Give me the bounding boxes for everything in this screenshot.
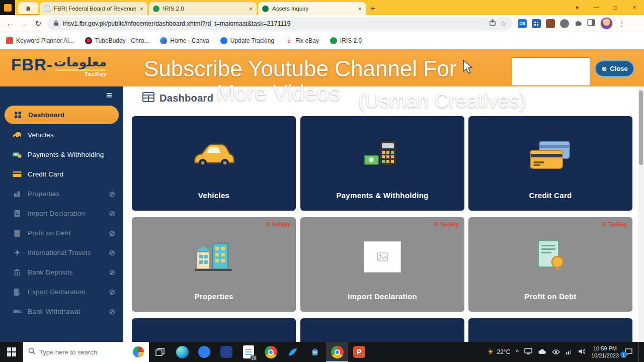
taskbar-powerpoint-icon[interactable]: P [348,342,370,362]
taskbar-chrome-icon[interactable] [260,342,282,362]
bookmark-canva[interactable]: Home - Canva [160,37,209,44]
sidebar-item-credit-card[interactable]: Credit Card [0,164,123,184]
brown-extension-icon[interactable] [546,19,555,28]
system-tray: ☀ 22°C ^ 10:59 PM 10/21/2023 1 [487,342,644,362]
forward-button[interactable]: → [17,19,31,28]
side-panel-icon[interactable] [587,19,595,28]
taxray-badge: ⊘TaxRay [265,221,290,227]
tab-iris[interactable]: IRIS 2.0 × [149,2,257,15]
puzzle-extensions-icon[interactable] [574,19,582,29]
browser-logo-icon [4,4,12,12]
taskbar-search[interactable] [23,342,149,362]
tab-search-chevron-icon[interactable]: ▾ [568,4,587,11]
show-desktop-button[interactable] [638,342,641,362]
page-scrollbar[interactable] [638,86,644,342]
bank-icon [12,268,22,277]
sidebar-item-export-declaration[interactable]: Export Declaration ⊘ [0,282,123,302]
eye-icon[interactable] [552,347,560,356]
card-profit-on-debt[interactable]: ⊘TaxRay Profit on Debt [468,217,632,312]
taskbar-store-icon[interactable] [304,342,326,362]
volume-icon[interactable] [578,347,586,356]
taskbar-clock[interactable]: 10:59 PM 10/21/2023 [591,345,619,359]
main-content: Dashboard Vehicles Payments & Withholdin… [123,86,638,342]
url-text[interactable]: irisv1.fbr.gov.pk/public/infocenter/dash… [63,20,485,27]
card-label: Import Declaration [300,292,464,301]
sidebar-item-label: Bank Deposits [28,268,73,276]
amazon-icon: a [26,4,30,12]
assets-favicon [262,6,269,12]
close-button-label: Close [610,65,627,72]
back-button[interactable]: ← [3,19,17,28]
close-button[interactable]: ⊗ Close [595,60,634,77]
bookmark-fix-ebay[interactable]: eFix eBay [285,37,319,44]
window-minimize-button[interactable]: — [587,4,606,11]
fbr-maloomat-logo[interactable]: FBR- معلومات TaxRay [11,55,107,77]
overlay-text-line3: (Usman Creatives) [358,89,526,112]
bookmark-favicon [85,37,92,44]
network-icon[interactable] [566,347,573,356]
search-input[interactable] [39,348,129,356]
sidebar-item-bank-withdrawal[interactable]: Bank Withdrawal ⊘ [0,302,123,321]
card-payments-withholding[interactable]: Payments & Withholding [300,116,464,211]
card-vehicles[interactable]: Vehicles [132,116,296,211]
sidebar-item-dashboard[interactable]: Dashboard [5,106,119,124]
bookmark-keyword-planner[interactable]: Keyword Planner Al... [6,37,74,44]
search-highlights-icon[interactable] [133,346,144,357]
address-bar[interactable]: irisv1.fbr.gov.pk/public/infocenter/dash… [47,17,513,30]
share-icon[interactable] [489,19,496,28]
tab-assets-inquiry[interactable]: Assets Inquiry × [258,2,366,15]
hamburger-menu-icon[interactable]: ≡ [106,89,112,101]
sidebar-item-vehicles[interactable]: Vehicles [0,125,123,145]
browser-menu-icon[interactable]: ⋮ [618,19,626,28]
display-icon[interactable] [524,347,532,356]
card-import-declaration[interactable]: ⊘TaxRay Import Declaration [300,217,464,312]
bookmark-update-tracking[interactable]: Update Tracking [220,37,274,44]
bookmark-tubebuddy[interactable]: TubeBuddy - Chro... [85,37,149,44]
blocked-icon: ⊘ [265,221,270,227]
sidebar-item-profit-on-debt[interactable]: Profit on Debt ⊘ [0,223,123,243]
taskbar-feather-app-icon[interactable] [282,342,304,362]
taskbar-edge-icon[interactable] [171,342,193,362]
sidebar-item-label: Credit Card [28,170,63,178]
grid-extension-icon[interactable] [532,19,541,28]
tab-close-icon[interactable]: × [139,5,143,13]
onedrive-cloud-icon[interactable] [538,347,546,356]
tab-close-icon[interactable]: × [249,5,253,13]
tab-pinned-amazon[interactable]: a [18,2,38,15]
window-maximize-button[interactable]: □ [606,4,625,11]
scrollbar-thumb[interactable] [639,90,643,165]
tab-close-icon[interactable]: × [358,5,362,13]
reload-button[interactable]: ↻ [31,19,45,28]
sidebar-item-payments[interactable]: Payments & Withholding [0,145,123,164]
tab-fbr[interactable]: FBR| Federal Board of Revenue × [40,2,147,15]
new-tab-button[interactable]: + [366,2,380,15]
profile-avatar[interactable] [600,17,613,30]
sidebar-item-bank-deposits[interactable]: Bank Deposits ⊘ [0,262,123,282]
sidebar-item-import-declaration[interactable]: Import Declaration ⊘ [0,204,123,223]
tray-expand-icon[interactable]: ^ [516,348,519,355]
taskbar-document-app-icon[interactable]: 26 [237,342,260,362]
card-partial[interactable] [300,318,464,342]
card-credit-card[interactable]: Credit Card [468,116,632,211]
weather-widget[interactable]: ☀ 22°C [487,347,510,356]
taskbar-blue-app-icon[interactable] [193,342,215,362]
taskbar-navy-app-icon[interactable] [215,342,237,362]
card-partial[interactable] [468,318,632,342]
bookmark-star-icon[interactable]: ☆ [500,20,507,28]
sidebar-item-properties[interactable]: Properties ⊘ [0,184,123,204]
action-center-button[interactable]: 1 [624,348,633,356]
card-label: Payments & Withholding [300,191,464,200]
header-input-field[interactable] [512,57,590,86]
start-button[interactable] [0,342,23,362]
taskbar-chrome-active-icon[interactable] [326,342,348,362]
window-close-button[interactable]: × [625,4,644,11]
card-label: Profit on Debt [468,292,632,301]
sidebar-item-international-travels[interactable]: ✈ International Travels ⊘ [0,243,123,262]
blocked-icon: ⊘ [434,221,438,227]
gray-extension-icon[interactable] [560,19,569,28]
os-extension-icon[interactable]: OS [518,19,527,28]
card-properties[interactable]: ⊘TaxRay Properties [132,217,296,312]
task-view-button[interactable] [149,342,171,362]
bookmark-iris[interactable]: IRIS 2.0 [330,37,362,44]
card-partial[interactable] [132,318,296,342]
